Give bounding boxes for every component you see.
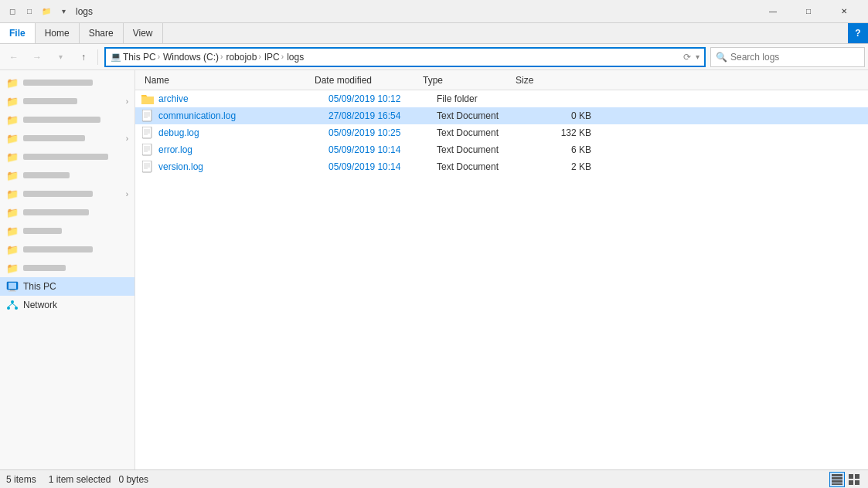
svg-rect-36 <box>855 480 859 485</box>
sidebar-item-10[interactable]: 📁 <box>0 240 134 259</box>
column-headers: Name Date modified Type Size <box>135 70 868 90</box>
file-date-version: 05/09/2019 10:14 <box>328 161 437 172</box>
breadcrumb-ipc[interactable]: IPC › <box>264 52 284 63</box>
separator-1 <box>97 49 98 65</box>
search-input[interactable] <box>730 52 859 63</box>
file-row-communication[interactable]: communication.log 27/08/2019 16:54 Text … <box>135 107 868 124</box>
sidebar-folder-icon-5: 📁 <box>6 151 19 163</box>
title-icon-2: □ <box>23 5 36 18</box>
sidebar-arrow-4: › <box>126 134 128 143</box>
maximize-button[interactable]: □ <box>791 0 826 23</box>
file-type-communication: Text Document <box>437 110 529 121</box>
file-name-error: error.log <box>158 144 328 155</box>
file-size-communication: 0 KB <box>529 110 591 121</box>
sidebar-this-pc[interactable]: This PC <box>0 277 134 296</box>
svg-rect-29 <box>832 474 842 476</box>
search-box: 🔍 <box>710 47 865 67</box>
svg-rect-32 <box>832 483 842 485</box>
breadcrumb-this-pc[interactable]: 💻 This PC › <box>111 52 160 63</box>
svg-point-6 <box>15 307 18 310</box>
svg-point-4 <box>11 300 14 303</box>
file-row-error[interactable]: error.log 05/09/2019 10:14 Text Document… <box>135 141 868 158</box>
doc-icon-version <box>141 161 154 173</box>
doc-icon-communication <box>141 110 154 122</box>
sidebar-item-11[interactable]: 📁 <box>0 259 134 277</box>
tab-share[interactable]: Share <box>80 23 124 43</box>
sidebar-item-1[interactable]: 📁 <box>0 73 134 92</box>
folder-icon-archive <box>141 93 154 105</box>
ribbon-tabs: File Home Share View ? <box>0 23 868 43</box>
up-button[interactable]: ↑ <box>73 46 94 68</box>
tab-home[interactable]: Home <box>36 23 80 43</box>
dropdown-button[interactable]: ▾ <box>49 46 71 68</box>
folder-title-icon: 📁 <box>40 5 53 18</box>
file-type-debug: Text Document <box>437 127 529 138</box>
help-button[interactable]: ? <box>848 23 868 43</box>
file-name-version: version.log <box>158 161 328 172</box>
svg-rect-19 <box>142 144 151 155</box>
sidebar-folder-icon-4: 📁 <box>6 132 19 144</box>
col-name[interactable]: Name <box>141 75 311 86</box>
address-bar[interactable]: 💻 This PC › Windows (C:) › robojob › IPC… <box>104 47 706 67</box>
file-row-archive[interactable]: archive 05/09/2019 10:12 File folder <box>135 90 868 107</box>
sidebar-arrow-2: › <box>126 97 128 106</box>
svg-line-7 <box>9 303 12 307</box>
sidebar-arrow-7: › <box>126 190 128 198</box>
title-icon-1: ◻ <box>6 5 19 18</box>
breadcrumb-windows-c[interactable]: Windows (C:) › <box>163 52 223 63</box>
sidebar-item-8[interactable]: 📁 <box>0 203 134 222</box>
sidebar-item-9[interactable]: 📁 <box>0 222 134 240</box>
breadcrumb-robojob[interactable]: robojob › <box>226 52 260 63</box>
sidebar-network[interactable]: Network <box>0 296 134 314</box>
doc-icon-debug <box>141 127 154 139</box>
toolbar: ← → ▾ ↑ 💻 This PC › Windows (C:) › roboj… <box>0 44 868 70</box>
details-view-button[interactable] <box>829 472 845 487</box>
ribbon: File Home Share View ? <box>0 23 868 44</box>
window-title: logs <box>76 6 93 17</box>
svg-line-8 <box>12 303 16 307</box>
svg-rect-34 <box>855 474 859 479</box>
large-icons-view-button[interactable] <box>846 472 862 487</box>
title-icon-4: ▾ <box>57 5 70 18</box>
svg-rect-24 <box>142 161 151 172</box>
network-label: Network <box>23 300 57 310</box>
col-type[interactable]: Type <box>420 75 512 86</box>
svg-rect-35 <box>849 480 853 485</box>
sidebar-item-5[interactable]: 📁 <box>0 147 134 166</box>
sidebar-folder-icon-6: 📁 <box>6 169 19 181</box>
sidebar: 📁 📁 › 📁 📁 › 📁 📁 📁 › <box>0 70 135 469</box>
file-type-archive: File folder <box>437 93 529 104</box>
sidebar-item-4[interactable]: 📁 › <box>0 129 134 147</box>
sidebar-item-6[interactable]: 📁 <box>0 166 134 185</box>
file-pane: Name Date modified Type Size archive 05/… <box>135 70 868 469</box>
doc-icon-error <box>141 144 154 156</box>
sidebar-item-7[interactable]: 📁 › <box>0 185 134 203</box>
tab-file[interactable]: File <box>0 23 36 43</box>
close-button[interactable]: ✕ <box>826 0 862 23</box>
sidebar-folder-icon-9: 📁 <box>6 225 19 237</box>
file-row-debug[interactable]: debug.log 05/09/2019 10:25 Text Document… <box>135 124 868 141</box>
sidebar-folder-icon-10: 📁 <box>6 243 19 256</box>
sidebar-folder-icon-1: 📁 <box>6 76 19 89</box>
file-row-version[interactable]: version.log 05/09/2019 10:14 Text Docume… <box>135 158 868 175</box>
back-button[interactable]: ← <box>3 46 25 68</box>
address-dropdown-button[interactable]: ▾ <box>696 53 700 61</box>
breadcrumb-logs: logs <box>287 52 304 63</box>
network-icon <box>6 299 19 311</box>
col-size[interactable]: Size <box>512 75 574 86</box>
selected-count: 1 item selected 0 bytes <box>49 474 148 485</box>
sidebar-item-2[interactable]: 📁 › <box>0 92 134 110</box>
minimize-button[interactable]: — <box>755 0 791 23</box>
refresh-button[interactable]: ⟳ <box>682 50 693 64</box>
window-controls: — □ ✕ <box>755 0 862 23</box>
svg-rect-2 <box>10 290 15 291</box>
col-date[interactable]: Date modified <box>311 75 420 86</box>
sidebar-folder-icon-11: 📁 <box>6 262 19 274</box>
file-name-communication: communication.log <box>158 110 328 121</box>
tab-view[interactable]: View <box>124 23 163 43</box>
sidebar-item-3[interactable]: 📁 <box>0 110 134 129</box>
file-date-archive: 05/09/2019 10:12 <box>328 93 437 104</box>
file-name-debug: debug.log <box>158 127 328 138</box>
forward-button[interactable]: → <box>26 46 48 68</box>
file-type-version: Text Document <box>437 161 529 172</box>
